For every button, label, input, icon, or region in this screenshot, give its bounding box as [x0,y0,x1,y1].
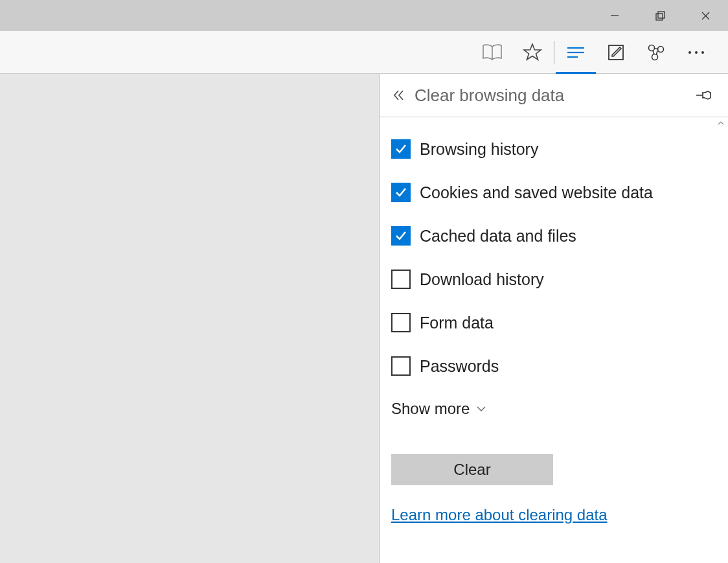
back-button[interactable] [386,82,412,108]
checkbox-label: Cookies and saved website data [420,183,653,202]
clear-button-label: Clear [453,461,490,479]
chevron-left-double-icon [392,89,405,102]
window-titlebar [0,0,728,31]
checkbox[interactable] [391,356,411,376]
checkbox-row[interactable]: Download history [391,270,716,289]
more-icon [688,51,705,54]
maximize-button[interactable] [637,0,683,31]
panel-header: Clear browsing data [380,74,728,117]
check-icon [394,143,407,155]
share-icon [646,43,666,62]
svg-point-11 [652,54,658,60]
checkbox[interactable] [391,313,411,332]
page-background [0,74,380,563]
pin-button[interactable] [690,82,716,108]
hub-button[interactable] [556,31,596,74]
close-icon [701,11,711,21]
checkbox-row[interactable]: Cached data and files [391,226,716,246]
svg-rect-8 [609,45,623,60]
browser-toolbar [0,31,728,74]
toolbar-separator [554,41,554,64]
share-button[interactable] [636,31,676,74]
star-icon [523,43,542,62]
svg-point-10 [658,46,664,52]
content-area: Clear browsing data Browsing historyCook… [0,74,728,563]
checkbox[interactable] [391,183,411,202]
svg-point-12 [688,51,691,54]
check-icon [394,186,407,199]
minimize-icon [610,11,619,20]
show-more-label: Show more [391,400,470,418]
pin-icon [695,89,712,101]
checkbox-row[interactable]: Browsing history [391,139,716,159]
checkbox-label: Cached data and files [420,227,576,246]
favorites-button[interactable] [512,31,552,74]
more-button[interactable] [676,31,716,74]
maximize-icon [655,11,665,21]
checkbox-row[interactable]: Cookies and saved website data [391,183,716,202]
svg-point-9 [649,45,655,51]
panel-title: Clear browsing data [415,86,564,106]
book-icon [482,43,503,62]
checkbox[interactable] [391,139,411,159]
checkbox[interactable] [391,270,411,289]
svg-point-13 [695,51,698,54]
checkbox-label: Download history [420,270,544,289]
checkbox-row[interactable]: Passwords [391,356,716,376]
check-icon [394,229,407,242]
window-controls [592,0,728,31]
settings-panel: Clear browsing data Browsing historyCook… [380,74,728,563]
svg-rect-2 [658,12,665,18]
close-button[interactable] [683,0,728,31]
checkbox-row[interactable]: Form data [391,313,716,332]
note-icon [607,43,625,62]
svg-point-14 [701,51,704,54]
checkbox-label: Browsing history [420,140,538,159]
svg-rect-1 [656,14,663,20]
web-notes-button[interactable] [596,31,636,74]
panel-body: Browsing historyCookies and saved websit… [380,117,728,563]
reading-view-button[interactable] [472,31,512,74]
clear-button[interactable]: Clear [391,454,553,485]
learn-more-link[interactable]: Learn more about clearing data [391,506,608,523]
checkbox-label: Passwords [420,357,499,376]
minimize-button[interactable] [592,0,637,31]
checkbox[interactable] [391,226,411,246]
chevron-down-icon [476,406,486,412]
hub-icon [566,45,586,60]
scroll-up-icon[interactable] [718,120,725,128]
checkbox-label: Form data [420,314,494,332]
show-more-toggle[interactable]: Show more [391,400,716,418]
